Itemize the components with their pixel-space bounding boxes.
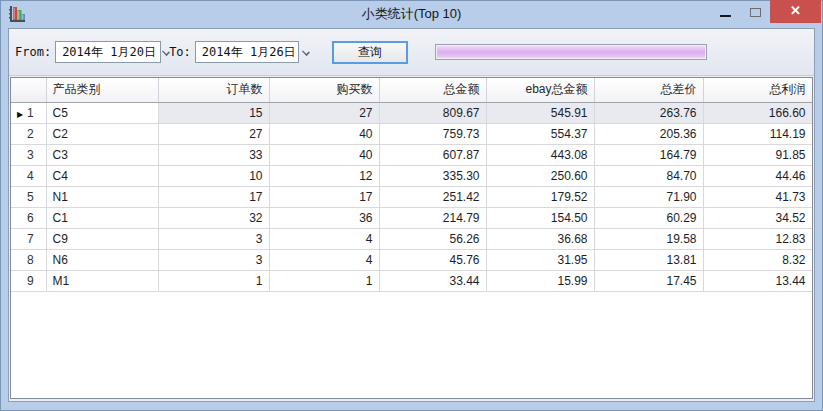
column-header[interactable]: 总差价	[594, 78, 703, 102]
grid-cell[interactable]: 251.42	[379, 186, 486, 207]
maximize-button[interactable]	[740, 0, 770, 23]
grid-cell[interactable]: 34.52	[703, 207, 812, 228]
grid-cell[interactable]: 809.67	[379, 102, 486, 123]
grid-cell[interactable]: 40	[269, 144, 379, 165]
grid-cell[interactable]: 56.26	[379, 228, 486, 249]
row-header[interactable]: 4	[11, 165, 46, 186]
grid-cell[interactable]: 84.70	[594, 165, 703, 186]
grid-cell[interactable]: 45.76	[379, 249, 486, 270]
grid-cell[interactable]: 607.87	[379, 144, 486, 165]
grid-cell[interactable]: 164.79	[594, 144, 703, 165]
grid-cell[interactable]: 36.68	[486, 228, 594, 249]
table-row[interactable]: 7C93456.2636.6819.5812.83	[11, 228, 812, 249]
grid-cell[interactable]: 33.44	[379, 270, 486, 291]
grid-cell[interactable]: 60.29	[594, 207, 703, 228]
minimize-button[interactable]	[710, 0, 740, 23]
table-row[interactable]: 4C41012335.30250.6084.7044.46	[11, 165, 812, 186]
grid-cell[interactable]: 4	[269, 249, 379, 270]
grid-cell[interactable]: 3	[158, 249, 269, 270]
chevron-down-icon[interactable]	[302, 48, 310, 56]
from-label: From:	[15, 45, 51, 59]
grid-cell[interactable]: 17.45	[594, 270, 703, 291]
grid-corner-header[interactable]	[11, 78, 46, 102]
grid-cell[interactable]: 44.46	[703, 165, 812, 186]
table-row[interactable]: 6C13236214.79154.5060.2934.52	[11, 207, 812, 228]
table-row[interactable]: 8N63445.7631.9513.818.32	[11, 249, 812, 270]
grid-cell[interactable]: 263.76	[594, 102, 703, 123]
row-header[interactable]: 6	[11, 207, 46, 228]
grid-cell[interactable]: M1	[46, 270, 158, 291]
row-header[interactable]: ▶1	[11, 102, 46, 123]
grid-cell[interactable]: C2	[46, 123, 158, 144]
column-header[interactable]: 产品类别	[46, 78, 158, 102]
grid-cell[interactable]: 8.32	[703, 249, 812, 270]
grid-cell[interactable]: C4	[46, 165, 158, 186]
grid-cell[interactable]: 13.44	[703, 270, 812, 291]
table-row[interactable]: 2C22740759.73554.37205.36114.19	[11, 123, 812, 144]
grid-cell[interactable]: 154.50	[486, 207, 594, 228]
table-row[interactable]: 5N11717251.42179.5271.9041.73	[11, 186, 812, 207]
grid-cell[interactable]: 33	[158, 144, 269, 165]
table-row[interactable]: ▶1C51527809.67545.91263.76166.60	[11, 102, 812, 123]
query-button[interactable]: 查询	[332, 41, 408, 64]
column-header[interactable]: 总金额	[379, 78, 486, 102]
row-header[interactable]: 3	[11, 144, 46, 165]
grid-cell[interactable]: 31.95	[486, 249, 594, 270]
grid-cell[interactable]: 36	[269, 207, 379, 228]
grid-cell[interactable]: 250.60	[486, 165, 594, 186]
grid-cell[interactable]: 19.58	[594, 228, 703, 249]
grid-cell[interactable]: 166.60	[703, 102, 812, 123]
table-row[interactable]: 3C33340607.87443.08164.7991.85	[11, 144, 812, 165]
grid-cell[interactable]: 32	[158, 207, 269, 228]
column-header[interactable]: 订单数	[158, 78, 269, 102]
column-header[interactable]: 总利润	[703, 78, 812, 102]
grid-cell[interactable]: C3	[46, 144, 158, 165]
chevron-down-icon[interactable]	[162, 48, 170, 56]
grid-cell[interactable]: 179.52	[486, 186, 594, 207]
column-header[interactable]: 购买数	[269, 78, 379, 102]
grid-cell[interactable]: N6	[46, 249, 158, 270]
row-header[interactable]: 9	[11, 270, 46, 291]
from-date-picker[interactable]: 2014年 1月20日	[55, 41, 161, 63]
grid-header-row: 产品类别订单数购买数总金额ebay总金额总差价总利润	[11, 78, 812, 102]
grid-cell[interactable]: 91.85	[703, 144, 812, 165]
grid-cell[interactable]: 10	[158, 165, 269, 186]
grid-cell[interactable]: 71.90	[594, 186, 703, 207]
grid-cell[interactable]: 12.83	[703, 228, 812, 249]
grid-cell[interactable]: 27	[269, 102, 379, 123]
grid-cell[interactable]: 40	[269, 123, 379, 144]
grid-cell[interactable]: 15	[158, 102, 269, 123]
grid-cell[interactable]: N1	[46, 186, 158, 207]
column-header[interactable]: ebay总金额	[486, 78, 594, 102]
grid-cell[interactable]: 759.73	[379, 123, 486, 144]
grid-cell[interactable]: 545.91	[486, 102, 594, 123]
grid-cell[interactable]: 17	[269, 186, 379, 207]
grid-cell[interactable]: 12	[269, 165, 379, 186]
grid-cell[interactable]: 4	[269, 228, 379, 249]
row-header[interactable]: 2	[11, 123, 46, 144]
grid-cell[interactable]: 554.37	[486, 123, 594, 144]
grid-cell[interactable]: 15.99	[486, 270, 594, 291]
row-header[interactable]: 8	[11, 249, 46, 270]
grid-cell[interactable]: 214.79	[379, 207, 486, 228]
grid-cell[interactable]: 17	[158, 186, 269, 207]
grid-cell[interactable]: 335.30	[379, 165, 486, 186]
to-date-picker[interactable]: 2014年 1月26日	[195, 41, 299, 63]
grid-cell[interactable]: 3	[158, 228, 269, 249]
grid-cell[interactable]: C1	[46, 207, 158, 228]
row-header[interactable]: 5	[11, 186, 46, 207]
close-button[interactable]: ✕	[770, 0, 821, 23]
table-row[interactable]: 9M11133.4415.9917.4513.44	[11, 270, 812, 291]
grid-cell[interactable]: C9	[46, 228, 158, 249]
to-date-value: 2014年 1月26日	[202, 44, 296, 61]
grid-cell[interactable]: 1	[269, 270, 379, 291]
grid-cell[interactable]: 443.08	[486, 144, 594, 165]
grid-cell[interactable]: 13.81	[594, 249, 703, 270]
grid-cell[interactable]: 205.36	[594, 123, 703, 144]
grid-cell[interactable]: 114.19	[703, 123, 812, 144]
grid-cell[interactable]: C5	[46, 102, 158, 123]
grid-cell[interactable]: 41.73	[703, 186, 812, 207]
grid-cell[interactable]: 1	[158, 270, 269, 291]
row-header[interactable]: 7	[11, 228, 46, 249]
grid-cell[interactable]: 27	[158, 123, 269, 144]
